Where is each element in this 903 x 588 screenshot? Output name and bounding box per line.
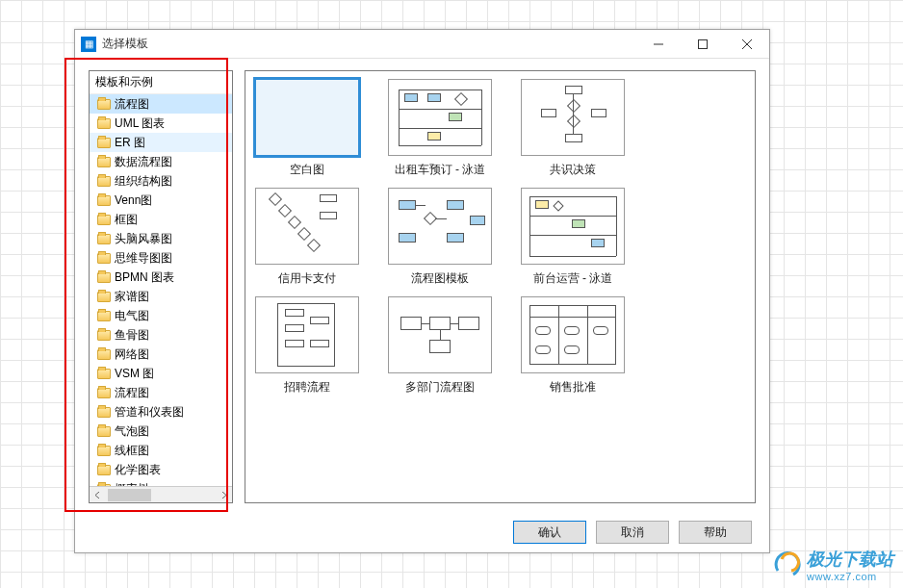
category-item[interactable]: 家谱图 xyxy=(90,287,232,306)
template-thumbnail[interactable] xyxy=(255,296,359,373)
template-thumbnail[interactable] xyxy=(521,188,625,265)
close-button[interactable] xyxy=(725,30,769,59)
category-item[interactable]: 概率树 xyxy=(90,479,232,486)
template-gallery[interactable]: 空白图出租车预订 - 泳道共识决策信用卡支付流程图模板前台运营 - 泳道招聘流程… xyxy=(245,70,756,503)
folder-icon xyxy=(97,99,111,110)
category-item[interactable]: BPMN 图表 xyxy=(90,268,232,287)
watermark: 极光下载站 www.xz7.com xyxy=(764,544,903,588)
template-label: 流程图模板 xyxy=(411,270,469,287)
folder-icon xyxy=(97,176,111,187)
watermark-title: 极光下载站 xyxy=(807,548,893,571)
folder-icon xyxy=(97,272,111,283)
folder-icon xyxy=(97,426,111,437)
template-item[interactable]: 出租车预订 - 泳道 xyxy=(384,79,496,178)
category-item[interactable]: 电气图 xyxy=(90,306,232,325)
folder-icon xyxy=(97,407,111,418)
template-label: 前台运营 - 泳道 xyxy=(533,270,613,287)
template-label: 共识决策 xyxy=(550,162,596,178)
ok-button[interactable]: 确认 xyxy=(513,521,586,544)
category-item-label: BPMN 图表 xyxy=(115,269,174,286)
watermark-logo-icon xyxy=(774,551,801,578)
template-label: 销售批准 xyxy=(550,379,596,396)
scroll-left-button[interactable] xyxy=(90,487,106,503)
template-item[interactable]: 前台运营 - 泳道 xyxy=(517,188,629,287)
category-item-label: ER 图 xyxy=(115,135,145,151)
category-item-label: 线框图 xyxy=(115,443,149,459)
cancel-button[interactable]: 取消 xyxy=(596,521,669,544)
template-item[interactable]: 销售批准 xyxy=(517,296,629,396)
folder-icon xyxy=(97,311,111,321)
category-item-label: 电气图 xyxy=(115,308,149,324)
help-button[interactable]: 帮助 xyxy=(679,521,752,544)
category-item-label: 鱼骨图 xyxy=(115,327,149,344)
scroll-right-button[interactable] xyxy=(216,487,232,503)
template-label: 多部门流程图 xyxy=(405,379,475,396)
category-item[interactable]: 头脑风暴图 xyxy=(90,229,232,248)
template-item[interactable]: 空白图 xyxy=(251,79,363,178)
folder-icon xyxy=(97,349,111,360)
category-item[interactable]: 流程图 xyxy=(90,94,232,114)
category-item-label: 网络图 xyxy=(115,346,149,363)
folder-icon xyxy=(97,388,111,398)
category-item-label: 流程图 xyxy=(115,96,149,113)
template-item[interactable]: 信用卡支付 xyxy=(251,188,363,287)
sidebar-header: 模板和示例 xyxy=(90,71,232,94)
folder-icon xyxy=(97,195,111,206)
folder-icon xyxy=(97,330,111,341)
category-item[interactable]: 管道和仪表图 xyxy=(90,402,232,422)
scroll-track[interactable] xyxy=(106,487,216,503)
category-item-label: 头脑风暴图 xyxy=(115,231,172,247)
template-thumbnail[interactable] xyxy=(255,79,359,156)
category-item[interactable]: 网络图 xyxy=(90,345,232,364)
category-item-label: 流程图 xyxy=(115,385,149,401)
template-thumbnail[interactable] xyxy=(255,188,359,265)
folder-icon xyxy=(97,138,111,148)
svg-rect-0 xyxy=(699,39,708,48)
dialog-content: 模板和示例 流程图UML 图表ER 图数据流程图组织结构图Venn图框图头脑风暴… xyxy=(75,59,769,555)
category-item-label: VSM 图 xyxy=(115,366,154,382)
category-sidebar: 模板和示例 流程图UML 图表ER 图数据流程图组织结构图Venn图框图头脑风暴… xyxy=(89,70,233,503)
template-chooser-window: ▦ 选择模板 模板和示例 流程图UML 图表ER 图数据流程图组织结构图Venn… xyxy=(74,29,770,553)
category-item[interactable]: UML 图表 xyxy=(90,114,232,133)
template-thumbnail[interactable] xyxy=(388,188,492,265)
category-item[interactable]: 流程图 xyxy=(90,383,232,402)
template-label: 空白图 xyxy=(290,162,324,178)
category-item-label: UML 图表 xyxy=(115,115,165,132)
template-thumbnail[interactable] xyxy=(521,296,625,373)
folder-icon xyxy=(97,157,111,167)
template-item[interactable]: 多部门流程图 xyxy=(384,296,496,396)
dialog-button-row: 确认 取消 帮助 xyxy=(89,515,756,546)
category-item[interactable]: 鱼骨图 xyxy=(90,325,232,345)
template-item[interactable]: 流程图模板 xyxy=(384,188,496,287)
category-item-label: 气泡图 xyxy=(115,423,149,440)
category-item[interactable]: 框图 xyxy=(90,210,232,229)
category-item-label: 组织结构图 xyxy=(115,173,172,190)
scroll-thumb[interactable] xyxy=(108,489,151,501)
category-item[interactable]: 化学图表 xyxy=(90,460,232,479)
minimize-button[interactable] xyxy=(636,30,681,59)
category-item-label: 化学图表 xyxy=(115,462,161,478)
maximize-button[interactable] xyxy=(681,30,725,59)
template-thumbnail[interactable] xyxy=(388,79,492,156)
category-item[interactable]: 思维导图图 xyxy=(90,248,232,268)
template-thumbnail[interactable] xyxy=(388,296,492,373)
category-item[interactable]: 气泡图 xyxy=(90,422,232,441)
category-item[interactable]: ER 图 xyxy=(90,133,232,152)
category-item-label: 数据流程图 xyxy=(115,154,172,170)
category-tree[interactable]: 流程图UML 图表ER 图数据流程图组织结构图Venn图框图头脑风暴图思维导图图… xyxy=(90,94,232,486)
category-item[interactable]: 线框图 xyxy=(90,441,232,460)
category-item[interactable]: Venn图 xyxy=(90,191,232,210)
category-item-label: 框图 xyxy=(115,212,138,228)
template-item[interactable]: 共识决策 xyxy=(517,79,629,178)
category-item[interactable]: 数据流程图 xyxy=(90,152,232,171)
category-item[interactable]: VSM 图 xyxy=(90,364,232,383)
template-thumbnail[interactable] xyxy=(521,79,625,156)
template-label: 出租车预订 - 泳道 xyxy=(395,162,486,178)
category-item[interactable]: 组织结构图 xyxy=(90,171,232,191)
template-item[interactable]: 招聘流程 xyxy=(251,296,363,396)
titlebar: ▦ 选择模板 xyxy=(75,30,769,59)
folder-icon xyxy=(97,215,111,225)
sidebar-hscroll[interactable] xyxy=(90,486,232,502)
watermark-url: www.xz7.com xyxy=(807,571,893,582)
folder-icon xyxy=(97,446,111,456)
